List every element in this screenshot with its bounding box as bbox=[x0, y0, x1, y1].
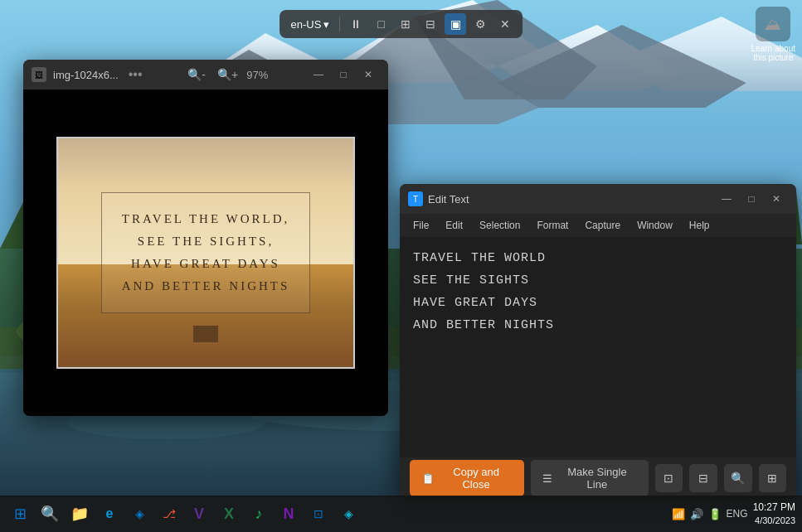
img-viewer-title: img-1024x6... bbox=[53, 69, 119, 81]
topbar-close-button[interactable]: ✕ bbox=[494, 13, 516, 35]
taskbar-sys-icons: 📶 🔊 🔋 ENG bbox=[672, 508, 748, 520]
footer-grid-btn[interactable]: ⊞ bbox=[759, 464, 786, 492]
ocr-text-content[interactable]: TRAVEL THE WORLD SEE THE SIGHTS HAVE GRE… bbox=[413, 247, 783, 336]
learn-picture-label: Learn about this picture bbox=[751, 44, 795, 62]
img-viewer-app-icon: 🖼 bbox=[32, 67, 46, 82]
travel-line-4: and Better Nights bbox=[122, 275, 290, 297]
img-viewer-close-btn[interactable]: ✕ bbox=[357, 65, 380, 85]
img-viewer-minimize-btn[interactable]: — bbox=[307, 65, 330, 85]
image-viewer-titlebar: 🖼 img-1024x6... ••• 🔍- 🔍+ 97% — □ ✕ bbox=[23, 60, 388, 89]
edit-text-title-left: T Edit Text bbox=[408, 191, 469, 206]
taskbar: ⊞ 🔍 📁 e ◈ ⎇ V X ♪ N ⊡ ◈ 📶 🔊 🔋 ENG 10:27 … bbox=[0, 496, 802, 532]
travel-line-1: Travel the World, bbox=[122, 208, 290, 230]
taskbar-git-btn[interactable]: ⎇ bbox=[156, 501, 182, 527]
make-single-line-button[interactable]: ☰ Make Single Line bbox=[531, 460, 648, 496]
edit-text-maximize-btn[interactable]: □ bbox=[740, 189, 763, 209]
settings-button[interactable]: ⚙ bbox=[469, 13, 491, 35]
pause-button[interactable]: ⏸ bbox=[345, 13, 367, 35]
footer-icon-btn-2[interactable]: ⊟ bbox=[689, 464, 717, 492]
desktop: en-US ▾ ⏸ □ ⊞ ⊟ ▣ ⚙ ✕ ⛰ Learn about this… bbox=[0, 0, 802, 532]
taskbar-search-btn[interactable]: 🔍 bbox=[36, 501, 63, 527]
menu-file[interactable]: File bbox=[406, 217, 435, 234]
edit-text-close-btn[interactable]: ✕ bbox=[765, 189, 788, 209]
taskbar-icons: ⊞ 🔍 📁 e ◈ ⎇ V X ♪ N ⊡ ◈ bbox=[7, 501, 362, 527]
svg-marker-4 bbox=[498, 25, 680, 91]
edit-text-app-icon: T bbox=[408, 191, 423, 206]
footer-search-btn[interactable]: 🔍 bbox=[724, 464, 752, 492]
img-viewer-win-buttons: — □ ✕ bbox=[307, 65, 380, 85]
edit-text-window: T Edit Text — □ ✕ File Edit Selection Fo… bbox=[400, 184, 796, 499]
copy-icon: 📋 bbox=[421, 472, 435, 485]
copy-and-close-button[interactable]: 📋 Copy and Close bbox=[410, 460, 524, 496]
layout-btn-2[interactable]: ⊞ bbox=[395, 13, 416, 35]
img-viewer-controls: 🔍- 🔍+ 97% bbox=[184, 66, 268, 83]
taskbar-excel-btn[interactable]: X bbox=[216, 501, 242, 527]
edit-text-footer: 📋 Copy and Close ☰ Make Single Line ⊡ ⊟ … bbox=[400, 457, 796, 499]
edit-text-body[interactable]: TRAVEL THE WORLD SEE THE SIGHTS HAVE GRE… bbox=[400, 237, 796, 457]
layout-btn-4[interactable]: ▣ bbox=[445, 13, 466, 35]
travel-image: Travel the World, See the Sights, Have G… bbox=[56, 137, 355, 369]
lang-arrow: ▾ bbox=[323, 18, 329, 31]
taskbar-clock[interactable]: 10:27 PM 4/30/2023 bbox=[753, 501, 795, 527]
zoom-out-btn[interactable]: 🔍- bbox=[184, 66, 209, 83]
layout-btn-1[interactable]: □ bbox=[370, 13, 391, 35]
separator bbox=[339, 17, 340, 31]
travel-line-3: Have Great Days bbox=[122, 253, 290, 275]
edit-text-title: Edit Text bbox=[428, 193, 469, 206]
taskbar-onenote-btn[interactable]: N bbox=[275, 501, 302, 527]
taskbar-wifi-icon[interactable]: 📶 bbox=[672, 508, 685, 520]
taskbar-eng-label[interactable]: ENG bbox=[727, 508, 748, 520]
taskbar-spotify-btn[interactable]: ♪ bbox=[245, 501, 272, 527]
menu-capture[interactable]: Capture bbox=[578, 217, 627, 234]
single-line-icon: ☰ bbox=[542, 472, 552, 485]
footer-icon-btn-1[interactable]: ⊡ bbox=[655, 464, 683, 492]
taskbar-remote-btn[interactable]: ⊡ bbox=[305, 501, 332, 527]
travel-text-overlay: Travel the World, See the Sights, Have G… bbox=[58, 138, 353, 367]
zoom-level: 97% bbox=[246, 69, 268, 81]
taskbar-volume-icon[interactable]: 🔊 bbox=[690, 508, 703, 520]
layout-btn-3[interactable]: ⊟ bbox=[420, 13, 441, 35]
edit-text-minimize-btn[interactable]: — bbox=[715, 189, 738, 209]
taskbar-system-tray: 📶 🔊 🔋 ENG 10:27 PM 4/30/2023 bbox=[672, 501, 795, 527]
taskbar-visual-studio-btn[interactable]: V bbox=[186, 501, 212, 527]
make-single-line-label: Make Single Line bbox=[557, 466, 636, 491]
taskbar-files-btn[interactable]: 📁 bbox=[66, 501, 93, 527]
img-viewer-content: Travel the World, See the Sights, Have G… bbox=[23, 89, 388, 416]
travel-text-box: Travel the World, See the Sights, Have G… bbox=[101, 192, 311, 313]
edit-text-titlebar: T Edit Text — □ ✕ bbox=[400, 184, 796, 214]
menu-edit[interactable]: Edit bbox=[439, 217, 469, 234]
taskbar-vscode-btn[interactable]: ◈ bbox=[126, 501, 153, 527]
svg-marker-9 bbox=[498, 25, 746, 108]
image-viewer-window: 🖼 img-1024x6... ••• 🔍- 🔍+ 97% — □ ✕ bbox=[23, 60, 388, 416]
menu-help[interactable]: Help bbox=[683, 217, 717, 234]
ocr-toolbar: en-US ▾ ⏸ □ ⊞ ⊟ ▣ ⚙ ✕ bbox=[279, 10, 523, 38]
zoom-in-btn[interactable]: 🔍+ bbox=[214, 66, 241, 83]
img-viewer-left: 🖼 img-1024x6... ••• bbox=[32, 65, 146, 84]
language-label: en-US bbox=[291, 18, 322, 31]
menu-window[interactable]: Window bbox=[630, 217, 679, 234]
copy-close-label: Copy and Close bbox=[440, 466, 513, 491]
menu-selection[interactable]: Selection bbox=[473, 217, 527, 234]
learn-picture-icon: ⛰ bbox=[756, 7, 790, 41]
edit-text-win-buttons: — □ ✕ bbox=[715, 189, 788, 209]
img-viewer-maximize-btn[interactable]: □ bbox=[332, 65, 355, 85]
taskbar-start-btn[interactable]: ⊞ bbox=[7, 501, 33, 527]
travel-line-2: See the Sights, bbox=[122, 230, 290, 253]
taskbar-edge-btn[interactable]: e bbox=[96, 501, 123, 527]
taskbar-date: 4/30/2023 bbox=[753, 515, 795, 527]
img-viewer-more-btn[interactable]: ••• bbox=[125, 65, 146, 84]
edit-text-menubar: File Edit Selection Format Capture Windo… bbox=[400, 214, 796, 237]
taskbar-app2-btn[interactable]: ◈ bbox=[335, 501, 362, 527]
menu-format[interactable]: Format bbox=[530, 217, 575, 234]
taskbar-battery-icon[interactable]: 🔋 bbox=[708, 508, 722, 520]
taskbar-time: 10:27 PM bbox=[753, 501, 795, 515]
learn-picture-widget[interactable]: ⛰ Learn about this picture bbox=[751, 7, 795, 62]
language-selector[interactable]: en-US ▾ bbox=[286, 16, 335, 33]
